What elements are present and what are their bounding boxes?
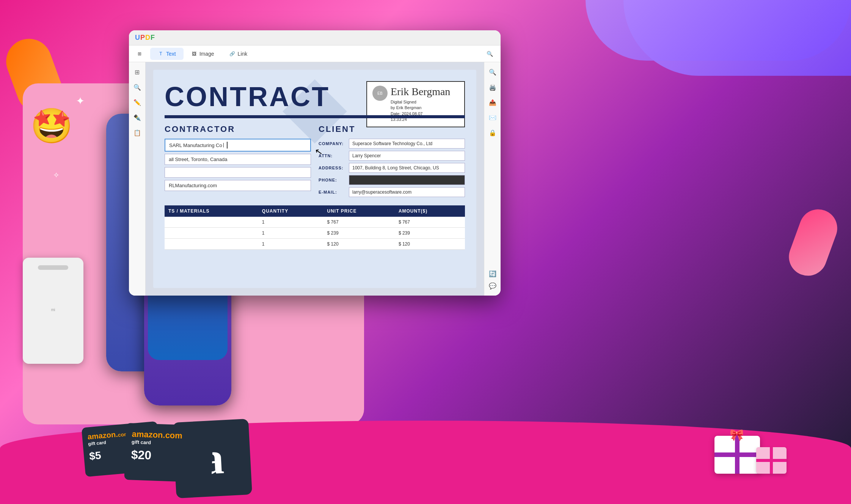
search-btn[interactable]: 🔍 [479,48,501,60]
sidebar-right-chat[interactable]: 💬 [487,280,499,292]
sidebar-right-share[interactable]: 📤 [487,96,499,108]
link-tool-btn[interactable]: 🔗 Link [222,48,255,60]
contractor-email-field[interactable]: RLManufacturing.com [165,180,311,191]
client-address-value[interactable]: 1007, Building 8, Long Street, Chicago, … [349,163,465,173]
client-company-label: COMPANY: [319,141,349,146]
sidebar-right-sync[interactable]: 🔄 [487,268,499,280]
contractor-phone-field[interactable] [165,167,311,178]
col-unit-price: UNIT PRICE [323,205,395,217]
client-company-value[interactable]: Superace Software Technology Co., Ltd [349,139,465,149]
contractor-company-value: SARL Manufacturing Co [169,142,222,148]
row3-material [165,239,258,250]
right-sidebar: 🔍 🖨️ 📤 ✉️ 🔒 🔄 💬 [484,62,501,296]
client-section: CLIENT COMPANY: Superace Software Techno… [319,124,465,199]
row1-amount: $ 767 [395,217,465,228]
col-quantity: QUANTITY [258,205,323,217]
contractor-title: CONTRACTOR [165,124,311,134]
contractor-section: CONTRACTOR SARL Manufacturing Co | ↖ all… [165,124,311,199]
contractor-company-field[interactable]: SARL Manufacturing Co | [165,139,311,152]
sidebar-edit-icon[interactable]: ✏️ [131,96,143,108]
text-tool-btn[interactable]: T Text [150,48,184,60]
logo-p: P [140,34,145,41]
client-email-row: E-MAIL: larry@superacesoftware.com [319,187,465,197]
text-tool-icon: T [158,51,164,57]
panel-icon-btn[interactable]: ⊞ [129,48,150,60]
top-right-blob [586,0,851,61]
powerbank: mi [23,258,83,364]
contractor-address-field[interactable]: all Street, Toronto, Canada [165,154,311,165]
table-row-3: 1 $ 120 $ 120 [165,239,465,250]
search-area: 🔍 [479,48,501,60]
contract-table: TS / MATERIALS QUANTITY UNIT PRICE AMOUN… [165,205,465,250]
row1-price: $ 767 [323,217,395,228]
gift-box: 🎀 [714,436,760,474]
client-attn-value[interactable]: Larry Spencer [349,151,465,161]
sidebar-right-search[interactable]: 🔍 [487,66,499,78]
row1-qty: 1 [258,217,323,228]
gift-bow: 🎀 [730,428,744,441]
row3-qty: 1 [258,239,323,250]
client-phone-row: PHONE: [319,175,465,185]
link-tool-icon: 🔗 [229,51,236,57]
app-window: UPDF ⊞ T Text 🖼 Image 🔗 Link 🔍 ⊞ 🔍 ✏️ [129,30,501,296]
logo-f: F [151,34,155,41]
col-materials: TS / MATERIALS [165,205,258,217]
sidebar-search-icon[interactable]: 🔍 [131,81,143,93]
star-deco-1: ✦ [76,95,85,107]
image-tool-btn[interactable]: 🖼 Image [184,48,222,60]
contractor-email-value: RLManufacturing.com [169,183,217,188]
amazon-label-2: gift card [132,439,151,446]
client-attn-row: ATTN: Larry Spencer [319,151,465,161]
left-sidebar: ⊞ 🔍 ✏️ ✒️ 📋 [129,62,146,296]
client-address-label: ADDRESS: [319,166,349,170]
sidebar-right-email[interactable]: ✉️ [487,111,499,124]
gift-ribbon-v [735,436,740,474]
logo-u: U [135,34,140,41]
gift-box-small [756,447,787,474]
blue-divider [165,115,465,118]
amazon-value-2: $20 [131,448,152,463]
row3-price: $ 120 [323,239,395,250]
amazon-value-1: $5 [89,449,102,463]
image-tool-icon: 🖼 [191,51,197,57]
sidebar-form-icon[interactable]: 📋 [131,127,143,139]
two-column-layout: CONTRACTOR SARL Manufacturing Co | ↖ all… [165,124,465,199]
gift-boxes: 🎀 [714,436,760,474]
contractor-address-value: all Street, Toronto, Canada [169,157,227,162]
table-row-1: 1 $ 767 $ 767 [165,217,465,228]
panel-icon: ⊞ [137,51,143,57]
search-icon: 🔍 [487,51,493,57]
text-tool-label: Text [166,51,176,57]
row2-amount: $ 239 [395,228,465,239]
client-title: CLIENT [319,124,465,134]
toolbar: ⊞ T Text 🖼 Image 🔗 Link 🔍 [129,45,501,62]
amazon-card-2: amazon.com gift card $20 [124,423,213,483]
client-email-value[interactable]: larry@superacesoftware.com [349,187,465,197]
table-header-row: TS / MATERIALS QUANTITY UNIT PRICE AMOUN… [165,205,465,217]
emoji-star-face: 🤩 [30,106,73,146]
image-tool-label: Image [199,51,214,57]
sidebar-bottom-icons: 🔄 💬 [487,268,499,292]
client-phone-label: PHONE: [319,178,349,182]
sidebar-right-lock[interactable]: 🔒 [487,127,499,139]
app-logo: UPDF [135,34,155,42]
logo-d: D [145,34,151,41]
client-address-row: ADDRESS: 1007, Building 8, Long Street, … [319,163,465,173]
amazon-label-1: gift card [88,440,106,446]
col-amount: AMOUNT($) [395,205,465,217]
table-row-2: 1 $ 239 $ 239 [165,228,465,239]
pdf-content: CONTRACT EB Erik Bergman Digital Signed … [146,62,484,296]
text-cursor: | [223,142,228,149]
sidebar-sign-icon[interactable]: ✒️ [131,111,143,124]
sidebar-page-icon[interactable]: ⊞ [131,66,143,78]
title-bar: UPDF [129,30,501,45]
contract-title: CONTRACT [165,81,465,112]
amazon-logo-1: amazon.com [87,429,129,441]
client-phone-value[interactable] [349,175,465,185]
sidebar-right-print[interactable]: 🖨️ [487,81,499,93]
client-company-row: COMPANY: Superace Software Technology Co… [319,139,465,149]
pdf-page: CONTRACT EB Erik Bergman Digital Signed … [153,70,476,288]
powerbank-brand: mi [23,308,83,312]
row2-qty: 1 [258,228,323,239]
row2-material [165,228,258,239]
